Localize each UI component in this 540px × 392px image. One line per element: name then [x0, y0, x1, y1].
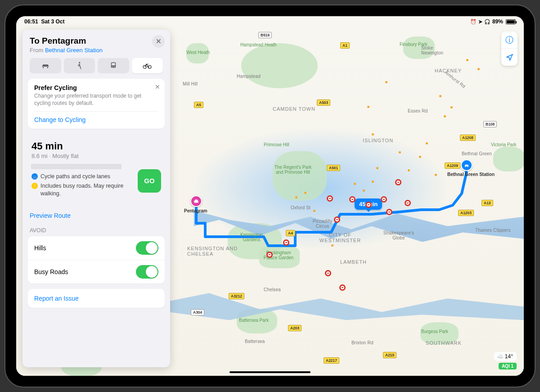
origin-label: Bethnal Green Station [447, 172, 488, 177]
tab-cycle[interactable] [132, 58, 163, 73]
location-services-icon: ➤ [478, 19, 482, 25]
poi-dot [408, 169, 410, 171]
home-indicator[interactable] [230, 371, 310, 373]
go-button[interactable]: GO [138, 169, 161, 193]
change-to-cycling-button[interactable]: Change to Cycling [34, 111, 158, 123]
cycle-paths-icon: 🚲 [32, 173, 38, 180]
label-kensington-gardens: Kensington Gardens [234, 232, 270, 242]
panel-header: To Pentagram From Bethnal Green Station … [22, 30, 170, 58]
poi-dot [372, 133, 374, 135]
road-badge: A13 [482, 200, 493, 206]
poi-dot [313, 210, 315, 212]
close-button[interactable]: ✕ [152, 35, 165, 48]
label-west-heath: West Heath [186, 50, 210, 55]
destination-pin[interactable] [190, 195, 202, 207]
road-badge: A3212 [229, 293, 244, 299]
poi-dot [295, 196, 297, 198]
road-closure-icon [349, 196, 356, 203]
road-badge: A4 [286, 230, 295, 236]
poi-dot [466, 59, 468, 61]
park-hampstead [241, 43, 318, 88]
road-badge: B108 [483, 121, 497, 127]
aqi-badge: AQI 1 [499, 363, 517, 369]
svg-rect-0 [194, 201, 198, 203]
route-summary: 45 min 8.6 mi · Mostly flat 🚲 Cycle path… [24, 134, 168, 204]
label-victoria-park: Victoria Park [491, 142, 518, 147]
road-closure-icon [325, 270, 331, 276]
road-closure-icon [395, 179, 401, 185]
label-primrose: Primrose Hill [264, 142, 289, 147]
prefer-description: Change your preferred transport mode to … [34, 92, 158, 107]
report-issue-button[interactable]: Report an Issue [28, 289, 165, 308]
road-badge: A1208 [460, 135, 476, 141]
poi-dot [399, 151, 401, 153]
label-camden: CAMDEN TOWN [273, 106, 315, 112]
label-hampstead: Hampstead [237, 74, 261, 79]
poi-dot [477, 68, 480, 70]
avoid-options: Hills Busy Roads [28, 236, 165, 284]
battery-icon [506, 19, 516, 24]
headphones-icon: 🎧 [484, 19, 490, 25]
svg-point-7 [112, 66, 113, 67]
poi-dot [444, 115, 446, 117]
label-islington: ISLINGTON [363, 138, 393, 143]
road-badge: A1 [340, 42, 350, 49]
road-closure-icon [386, 209, 392, 215]
prefer-title: Prefer Cycling [34, 84, 158, 91]
label-burgess: Burgess Park [421, 329, 448, 334]
road-badge: A503 [317, 99, 330, 106]
road-badge: A203 [288, 325, 302, 331]
svg-point-4 [79, 62, 80, 63]
road-closure-icon [327, 195, 333, 202]
label-piccadilly: Piccadilly Circus [310, 219, 335, 229]
status-bar: 06:51 Sat 3 Oct ⏰ ➤ 🎧 89% [16, 16, 524, 27]
poi-dot [435, 174, 437, 176]
park-victoria [493, 147, 524, 171]
label-regents: The Regent's Park and Primrose Hill [273, 165, 313, 175]
preview-route-button[interactable]: Preview Route [22, 212, 170, 219]
label-southwark: SOUTHWARK [426, 340, 462, 346]
label-westminster: CITY OF WESTMINSTER [318, 232, 363, 243]
park-regents [273, 151, 327, 201]
road-badge: A2217 [324, 357, 339, 364]
origin-link[interactable]: Bethnal Green Station [45, 47, 103, 54]
info-button[interactable]: ⓘ [501, 32, 518, 49]
prefer-close-button[interactable]: ✕ [155, 83, 160, 90]
avoid-hills-toggle[interactable] [136, 241, 158, 255]
road-badge: A5 [194, 102, 203, 108]
weather-widget[interactable]: ☁️ 14° AQI 1 [494, 352, 517, 369]
avoid-busy-toggle[interactable] [136, 265, 158, 279]
status-time-date: 06:51 Sat 3 Oct [24, 18, 64, 25]
road-closure-icon [365, 202, 372, 208]
label-buckingham: Buckingham Palace Garden [261, 250, 297, 260]
road-badge: A304 [191, 309, 204, 315]
tab-transit[interactable] [98, 58, 129, 73]
label-bethnal-green: Bethnal Green [462, 151, 492, 156]
svg-point-2 [465, 166, 466, 167]
tab-walk[interactable] [64, 58, 95, 73]
svg-point-3 [467, 166, 468, 167]
label-brixton: Brixton Rd [351, 340, 374, 345]
road-badge: A501 [327, 165, 340, 171]
poi-dot [331, 244, 333, 247]
label-battersea-park: Battersea Park [239, 318, 269, 323]
avoid-busy-label: Busy Roads [34, 268, 68, 275]
label-stoke: Stoke Newington [421, 45, 453, 55]
road-closure-icon [339, 284, 346, 291]
poi-dot [450, 106, 453, 108]
origin-pin[interactable] [461, 159, 472, 171]
destination-label: Pentagram [184, 208, 207, 213]
tab-drive[interactable] [30, 58, 61, 73]
poi-dot [376, 167, 378, 169]
battery-percent: 89% [492, 18, 503, 25]
weather-icon: ☁️ [497, 353, 504, 360]
locate-button[interactable] [501, 49, 518, 66]
road-closure-icon [405, 200, 411, 206]
label-globe: Shakespeare's Globe [381, 230, 417, 240]
weather-temperature: ☁️ 14° [494, 352, 517, 361]
poi-dot [419, 156, 421, 158]
road-badge: B519 [258, 32, 272, 38]
road-closure-icon [381, 196, 387, 203]
panel-subtitle: From Bethnal Green Station [30, 47, 163, 54]
road-badge: A1209 [445, 162, 460, 169]
